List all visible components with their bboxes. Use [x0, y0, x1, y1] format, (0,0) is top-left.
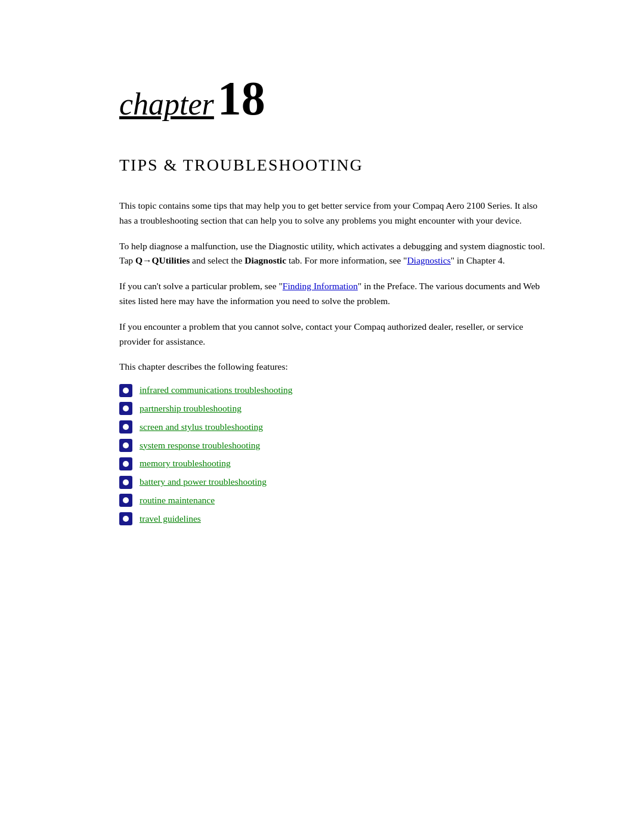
- list-item: system response troubleshooting: [119, 438, 549, 453]
- bullet-icon-2: [119, 402, 132, 415]
- chapter-label: chapter: [119, 87, 214, 121]
- list-item: infrared communications troubleshooting: [119, 383, 549, 398]
- list-item: routine maintenance: [119, 493, 549, 508]
- paragraph-3: If you can't solve a particular problem,…: [119, 279, 549, 309]
- list-item: screen and stylus troubleshooting: [119, 420, 549, 435]
- paragraph-1: This topic contains some tips that may h…: [119, 199, 549, 228]
- bullet-icon-8: [119, 512, 132, 525]
- paragraph-2: To help diagnose a malfunction, use the …: [119, 239, 549, 269]
- bullet-icon-3: [119, 420, 132, 433]
- diagnostic-text: Diagnostic: [244, 255, 286, 265]
- qutilities-text: Q→QUtilities: [135, 255, 190, 265]
- bullet-icon-7: [119, 494, 132, 507]
- memory-link[interactable]: memory troubleshooting: [140, 456, 231, 471]
- routine-maintenance-link[interactable]: routine maintenance: [140, 493, 215, 508]
- chapter-number: 18: [218, 72, 265, 125]
- features-intro: This chapter describes the following fea…: [119, 360, 549, 374]
- list-item: travel guidelines: [119, 512, 549, 527]
- travel-guidelines-link[interactable]: travel guidelines: [140, 512, 201, 527]
- partnership-link[interactable]: partnership troubleshooting: [140, 401, 242, 416]
- infrared-link[interactable]: infrared communications troubleshooting: [140, 383, 293, 398]
- finding-information-link[interactable]: Finding Information: [283, 281, 358, 291]
- bullet-icon-4: [119, 439, 132, 452]
- chapter-heading: chapter18: [119, 72, 549, 126]
- section-title: Tips & Troubleshooting: [119, 156, 549, 175]
- list-item: battery and power troubleshooting: [119, 475, 549, 490]
- system-response-link[interactable]: system response troubleshooting: [140, 438, 260, 453]
- features-list: infrared communications troubleshooting …: [119, 383, 549, 526]
- battery-power-link[interactable]: battery and power troubleshooting: [140, 475, 267, 490]
- list-item: partnership troubleshooting: [119, 401, 549, 416]
- bullet-icon-6: [119, 476, 132, 489]
- bullet-icon-5: [119, 457, 132, 470]
- diagnostics-link[interactable]: Diagnostics: [407, 255, 451, 265]
- screen-stylus-link[interactable]: screen and stylus troubleshooting: [140, 420, 263, 435]
- paragraph-4: If you encounter a problem that you cann…: [119, 320, 549, 349]
- list-item: memory troubleshooting: [119, 456, 549, 471]
- bullet-icon-1: [119, 384, 132, 397]
